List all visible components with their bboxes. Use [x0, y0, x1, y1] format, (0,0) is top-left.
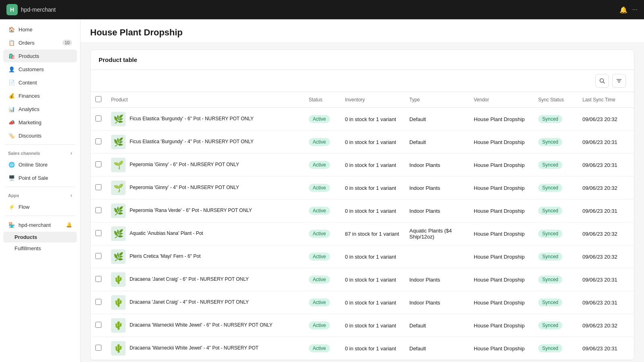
notification-icon[interactable]: 🔔	[619, 6, 627, 14]
sidebar-item-online-store[interactable]: 🌐 Online Store	[3, 158, 77, 171]
product-name[interactable]: Ficus Elastica 'Burgundy' - 4" Pot - NUR…	[130, 139, 254, 145]
product-thumbnail: 🌵	[111, 272, 126, 287]
plant-icon: 🌿	[114, 252, 124, 261]
product-name[interactable]: Dracaena 'Janet Craig' - 6" Pot - NURSER…	[130, 276, 249, 283]
row-type-cell: Aquatic Plants ($4 Ship/12oz)	[405, 222, 469, 245]
row-checkbox[interactable]	[95, 207, 101, 213]
marketing-icon: 📣	[8, 119, 15, 126]
product-name[interactable]: Ficus Elastica 'Burgundy' - 6" Pot - NUR…	[130, 116, 254, 122]
row-last-sync-cell: 09/06/23 20:31	[578, 291, 634, 314]
status-badge: Active	[309, 321, 330, 329]
product-name[interactable]: Peperomia 'Rana Verde' - 6" Pot - NURSER…	[130, 208, 252, 214]
sidebar-item-content[interactable]: 📄 Content	[3, 76, 77, 89]
row-inventory-cell: 0 in stock for 1 variant	[340, 177, 405, 200]
product-name-wrapper: 🌿 Peperomia 'Rana Verde' - 6" Pot - NURS…	[111, 204, 299, 218]
row-inventory-cell: 0 in stock for 1 variant	[340, 337, 405, 360]
plant-icon: 🌵	[114, 298, 124, 307]
sidebar-item-customers[interactable]: 👤 Customers	[3, 63, 77, 76]
row-type-cell	[405, 245, 469, 268]
row-product-cell: 🌿 Ficus Elastica 'Burgundy' - 4" Pot - N…	[106, 131, 304, 154]
sidebar-item-marketing[interactable]: 📣 Marketing	[3, 116, 77, 129]
th-status: Status	[304, 92, 340, 108]
plant-icon: 🌵	[114, 343, 124, 353]
search-button[interactable]	[595, 74, 609, 88]
row-checkbox[interactable]	[95, 115, 101, 121]
row-vendor-cell: House Plant Dropship	[469, 222, 533, 245]
row-status-cell: Active	[304, 108, 340, 131]
sidebar-sub-item-fulfillments[interactable]: Fulfillments	[3, 243, 77, 254]
topbar: H hpd-merchant 🔔 ···	[0, 0, 644, 19]
row-inventory-cell: 0 in stock for 1 variant	[340, 291, 405, 314]
product-thumbnail: 🌵	[111, 341, 126, 356]
sidebar-item-products[interactable]: 🛍️ Products	[3, 49, 77, 62]
th-product: Product	[106, 92, 304, 108]
row-checkbox[interactable]	[95, 138, 101, 144]
row-sync-status-cell: Synced	[533, 177, 578, 200]
row-product-cell: 🌿 Aquatic 'Anubias Nana' Plant - Pot	[106, 222, 304, 245]
topbar-merchant-name: hpd-merchant	[21, 6, 56, 13]
product-thumbnail: 🌿	[111, 204, 126, 218]
sidebar-item-orders[interactable]: 📋 Orders 10	[3, 36, 77, 49]
sidebar-item-point-of-sale[interactable]: 🖥️ Point of Sale	[3, 171, 77, 184]
product-name[interactable]: Peperomia 'Ginny' - 4" Pot - NURSERY POT…	[130, 185, 239, 191]
apps-chevron: ›	[70, 193, 72, 198]
row-checkbox[interactable]	[95, 161, 101, 167]
table-wrapper: Product Status Inventory Type Vendor Syn…	[91, 92, 634, 360]
row-status-cell: Active	[304, 337, 340, 360]
row-product-cell: 🌵 Dracaena 'Warneckii White Jewel' - 6" …	[106, 314, 304, 337]
status-badge: Active	[309, 184, 330, 192]
sidebar-item-home[interactable]: 🏠 Home	[3, 23, 77, 36]
status-badge: Active	[309, 161, 330, 169]
row-checkbox[interactable]	[95, 299, 101, 305]
row-type-cell: Indoor Plants	[405, 268, 469, 291]
content-area: Product table	[80, 43, 644, 362]
analytics-icon: 📊	[8, 105, 15, 113]
product-name[interactable]: Peperomia 'Ginny' - 6" Pot - NURSERY POT…	[130, 162, 239, 168]
plant-icon: 🌿	[114, 114, 124, 124]
sidebar-sub-item-products[interactable]: Products	[3, 232, 77, 243]
filter-button[interactable]	[612, 74, 626, 88]
row-type-cell: Indoor Plants	[405, 177, 469, 200]
product-name[interactable]: Dracaena 'Warneckii White Jewel' - 4" Po…	[130, 345, 258, 352]
sync-status-badge: Synced	[538, 344, 562, 352]
topbar-logo: H	[6, 4, 18, 15]
row-type-cell: Default	[405, 314, 469, 337]
row-checkbox[interactable]	[95, 322, 101, 328]
product-name[interactable]: Dracaena 'Warneckii White Jewel' - 6" Po…	[130, 322, 272, 329]
product-name[interactable]: Pteris Cretica 'Mayi' Fern - 6" Pot	[130, 253, 200, 260]
row-product-cell: 🌵 Dracaena 'Janet Craig' - 4" Pot - NURS…	[106, 291, 304, 314]
discounts-icon: 🏷️	[8, 132, 15, 139]
th-select-all	[91, 92, 106, 108]
table-row: 🌿 Aquatic 'Anubias Nana' Plant - Pot Act…	[91, 222, 634, 245]
product-name-wrapper: 🌱 Peperomia 'Ginny' - 6" Pot - NURSERY P…	[111, 158, 299, 172]
status-badge: Active	[309, 253, 330, 261]
sidebar-item-finances[interactable]: 💰 Finances	[3, 89, 77, 102]
row-inventory-cell: 0 in stock for 1 variant	[340, 268, 405, 291]
sidebar-item-flow[interactable]: ⚡ Flow	[3, 200, 77, 213]
sidebar-item-merchant[interactable]: 🏪 hpd-merchant 🔔	[3, 218, 77, 231]
row-status-cell: Active	[304, 154, 340, 177]
row-checkbox[interactable]	[95, 230, 101, 236]
sidebar-item-analytics[interactable]: 📊 Analytics	[3, 103, 77, 115]
svg-line-1	[603, 82, 605, 84]
sales-channels-chevron: ›	[70, 150, 72, 156]
sidebar-item-discounts[interactable]: 🏷️ Discounts	[3, 129, 77, 142]
row-checkbox[interactable]	[95, 184, 101, 190]
row-checkbox[interactable]	[95, 345, 101, 351]
row-type-cell: Indoor Plants	[405, 154, 469, 177]
row-last-sync-cell: 09/06/23 20:31	[578, 200, 634, 222]
row-status-cell: Active	[304, 314, 340, 337]
more-options-icon[interactable]: ···	[632, 6, 638, 13]
row-type-cell: Indoor Plants	[405, 291, 469, 314]
row-checkbox-cell	[91, 245, 106, 268]
sync-status-badge: Synced	[538, 184, 562, 192]
product-name[interactable]: Dracaena 'Janet Craig' - 4" Pot - NURSER…	[130, 299, 249, 306]
status-badge: Active	[309, 230, 330, 238]
select-all-checkbox[interactable]	[95, 96, 101, 102]
th-type: Type	[405, 92, 469, 108]
apps-section-title: Apps ›	[0, 189, 80, 200]
product-name[interactable]: Aquatic 'Anubias Nana' Plant - Pot	[130, 230, 203, 237]
row-checkbox[interactable]	[95, 276, 101, 282]
row-type-cell: Default	[405, 108, 469, 131]
row-checkbox[interactable]	[95, 253, 101, 259]
